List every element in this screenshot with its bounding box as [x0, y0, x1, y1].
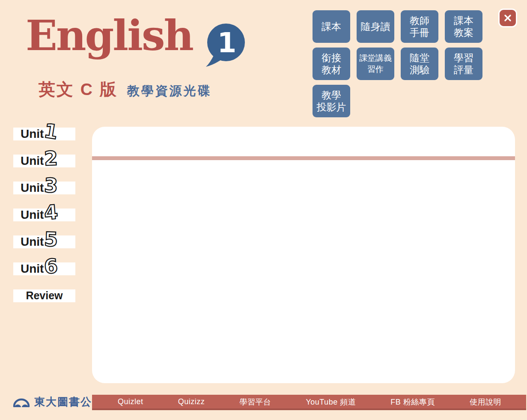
pocket-reader-button[interactable]: 隨身讀: [357, 10, 394, 43]
content-panel: [92, 127, 515, 383]
unit-sidebar: Unit 1 Unit 2 Unit 3 Unit 4 Unit 5 Unit …: [13, 128, 75, 302]
subtitle-edition: 英文 C 版: [39, 78, 118, 101]
sidebar-item-unit-2[interactable]: Unit 2: [13, 155, 75, 167]
unit-number-outline: 1: [43, 122, 59, 142]
footer-link-youtube-channel[interactable]: YouTube 頻道: [306, 397, 356, 407]
publisher-logo: 東大圖書公司: [12, 392, 104, 411]
panel-accent-line: [92, 156, 515, 160]
sidebar-item-unit-4[interactable]: Unit 4: [13, 209, 75, 221]
subtitle-disc: 教學資源光碟: [127, 83, 212, 100]
learning-assessment-button[interactable]: 學習 評量: [445, 48, 482, 80]
quiz-button[interactable]: 隨堂 測驗: [401, 48, 438, 80]
publisher-arch-icon: [12, 394, 31, 409]
footer-link-learning-platform[interactable]: 學習平台: [239, 397, 271, 407]
unit-number-outline: 5: [44, 230, 58, 250]
sidebar-item-unit-5[interactable]: Unit 5: [13, 235, 75, 248]
footer-link-quizlet[interactable]: Quizlet: [118, 397, 143, 406]
sidebar-item-unit-1[interactable]: Unit 1: [13, 128, 75, 140]
resource-button-grid: 課本 隨身讀 教師 手冊 課本 教案 銜接 教材 課堂講義 習作 隨堂 測驗 學…: [313, 10, 482, 117]
unit-number-outline: 2: [44, 149, 58, 169]
teaching-slides-button[interactable]: 教學 投影片: [313, 85, 350, 117]
app-logo-title: English: [26, 13, 193, 59]
unit-number-outline: 3: [44, 176, 58, 196]
unit-label: Unit: [21, 209, 44, 221]
bridging-material-button[interactable]: 銜接 教材: [313, 48, 350, 80]
badge-number: 1: [217, 27, 237, 59]
unit-label: Unit: [21, 235, 44, 248]
logo-subtitle: 英文 C 版 教學資源光碟: [39, 78, 212, 101]
unit-label: Unit: [21, 155, 44, 167]
footer-link-user-guide[interactable]: 使用說明: [470, 397, 501, 407]
class-handout-workbook-button[interactable]: 課堂講義 習作: [357, 48, 394, 80]
speech-bubble-badge: 1: [203, 21, 247, 71]
sidebar-item-unit-3[interactable]: Unit 3: [13, 182, 75, 194]
textbook-lesson-plan-button[interactable]: 課本 教案: [445, 10, 482, 43]
footer-link-quizizz[interactable]: Quizizz: [178, 397, 205, 406]
unit-label: Unit: [21, 182, 44, 194]
unit-number-outline: 4: [43, 203, 59, 223]
sidebar-item-review[interactable]: Review: [13, 289, 75, 302]
footer-link-fb-fan-page[interactable]: FB 粉絲專頁: [390, 397, 435, 407]
textbook-button[interactable]: 課本: [313, 10, 350, 43]
close-icon: [503, 14, 512, 22]
footer-link-bar: Quizlet Quizizz 學習平台 YouTube 頻道 FB 粉絲專頁 …: [92, 395, 526, 410]
teacher-manual-button[interactable]: 教師 手冊: [401, 10, 438, 43]
unit-number-outline: 6: [44, 257, 58, 277]
close-button[interactable]: [498, 9, 517, 27]
sidebar-item-unit-6[interactable]: Unit 6: [13, 262, 75, 275]
unit-label: Unit: [21, 262, 44, 275]
unit-label: Unit: [21, 128, 44, 140]
